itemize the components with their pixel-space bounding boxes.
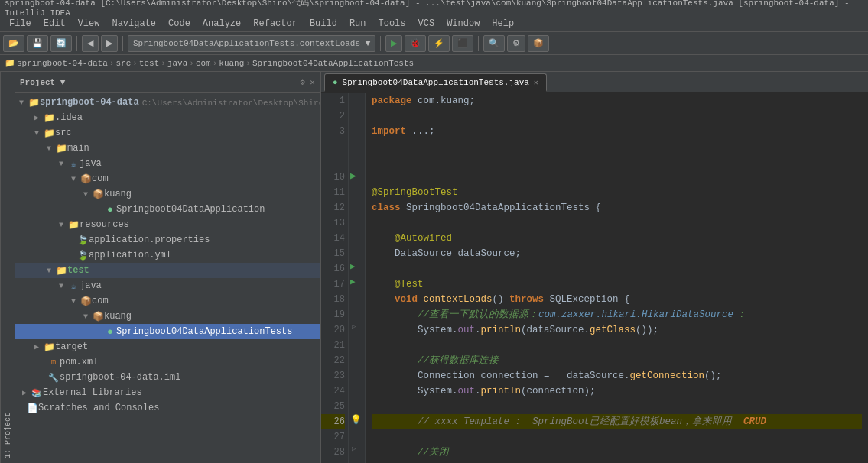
code-line-10 xyxy=(372,170,862,185)
code-line-16 xyxy=(372,261,862,277)
icon-root-folder: 📁 xyxy=(28,97,40,108)
bc-test[interactable]: test xyxy=(139,59,159,68)
tree-node-test[interactable]: ▼ 📁 test xyxy=(15,263,320,278)
run-gutter-icon-17[interactable]: ▶ xyxy=(350,261,356,271)
tree-node-src[interactable]: ▼ 📁 src xyxy=(15,125,320,141)
toolbar-extra-2[interactable]: ⚙ xyxy=(507,35,525,52)
toolbar-save-btn[interactable]: 💾 xyxy=(27,35,48,52)
menu-help[interactable]: Help xyxy=(486,17,520,31)
menu-run[interactable]: Run xyxy=(343,17,372,31)
code-line-28: //关闭 xyxy=(372,445,862,460)
menu-code[interactable]: Code xyxy=(162,17,197,31)
project-side-tab[interactable]: 1: Project xyxy=(0,72,15,463)
label-test-java: java xyxy=(80,280,102,291)
arrow-main: ▼ xyxy=(43,144,55,153)
root-path: C:\Users\Administrator\Desktop\Shiro\代码\… xyxy=(142,97,320,108)
code-line-15: DataSource dataSource; xyxy=(372,246,862,261)
toolbar-extra-1[interactable]: 🔍 xyxy=(483,35,505,52)
side-tab-label: 1: Project xyxy=(4,413,12,458)
tree-node-resources[interactable]: ▼ 📁 resources xyxy=(15,217,320,232)
tree-node-target[interactable]: ▶ 📁 target xyxy=(15,339,320,355)
tree-node-com[interactable]: ▼ 📦 com xyxy=(15,171,320,186)
tab-close-btn[interactable]: ✕ xyxy=(534,78,538,87)
tree-node-main[interactable]: ▼ 📁 main xyxy=(15,141,320,156)
tree-node-kuang[interactable]: ▼ 📦 kuang xyxy=(15,186,320,202)
tree-node-app-props[interactable]: 🍃 application.properties xyxy=(15,232,320,248)
menu-navigate[interactable]: Navigate xyxy=(106,17,162,31)
title-text: springboot-04-data [C:\Users\Administrat… xyxy=(5,0,863,18)
menu-window[interactable]: Window xyxy=(441,17,486,31)
bc-com[interactable]: com xyxy=(196,59,211,68)
toolbar-btn-3[interactable]: 🔄 xyxy=(50,35,72,52)
run-btn[interactable]: ▶ xyxy=(385,35,402,52)
bc-kuang[interactable]: kuang xyxy=(219,59,244,68)
code-line-25 xyxy=(372,399,862,414)
run-with-coverage-btn[interactable]: ⚡ xyxy=(428,35,450,52)
project-panel-header: Project ▼ ⚙ ✕ xyxy=(15,72,320,93)
tree-node-pom[interactable]: m pom.xml xyxy=(15,355,320,370)
bc-src[interactable]: src xyxy=(115,59,131,68)
code-content[interactable]: package com.kuang; import ...; @SpringBo… xyxy=(366,93,868,463)
fold-icon-28[interactable]: ▷ xyxy=(352,322,356,331)
bc-java[interactable]: java xyxy=(167,59,187,68)
tree-node-test-com[interactable]: ▼ 📦 com xyxy=(15,293,320,309)
arrow-test-com: ▼ xyxy=(67,297,80,306)
toolbar-open-btn[interactable]: 📂 xyxy=(3,35,24,52)
icon-ext-lib: 📚 xyxy=(31,388,43,398)
tree-node-idea[interactable]: ▶ 📁 .idea xyxy=(15,110,320,125)
toolbar-extra-3[interactable]: 📦 xyxy=(528,35,549,52)
bc-project[interactable]: 📁 xyxy=(5,58,15,68)
fold-icon-31[interactable]: ▷ xyxy=(352,445,356,453)
arrow-root: ▼ xyxy=(15,99,28,107)
menu-bar: File Edit View Navigate Code Analyze Ref… xyxy=(0,15,868,32)
arrow-ext-lib: ▶ xyxy=(18,388,31,397)
run-gutter-icon-18[interactable]: ▶ xyxy=(350,277,356,287)
icon-target: 📁 xyxy=(43,342,55,353)
tree-node-main-class[interactable]: ● Springboot04DataApplication xyxy=(15,202,320,217)
menu-tools[interactable]: Tools xyxy=(372,17,412,31)
tree-node-ext-lib[interactable]: ▶ 📚 External Libraries xyxy=(15,385,320,400)
tree-node-root[interactable]: ▼ 📁 springboot-04-data C:\Users\Administ… xyxy=(15,95,320,110)
code-line-3: import ...; xyxy=(372,124,862,139)
project-tree[interactable]: ▼ 📁 springboot-04-data C:\Users\Administ… xyxy=(15,93,320,463)
menu-analyze[interactable]: Analyze xyxy=(197,17,247,31)
label-test-class: Springboot04DataApplicationTests xyxy=(116,326,292,337)
arrow-test-java: ▼ xyxy=(55,282,67,290)
icon-iml: 🔧 xyxy=(47,373,60,383)
code-line-24: System.out.println(connection); xyxy=(372,384,862,399)
project-panel-options[interactable]: ⚙ ✕ xyxy=(300,77,315,87)
label-resources: resources xyxy=(80,219,129,230)
code-line-17: @Test xyxy=(372,277,862,292)
stop-btn[interactable]: ⬛ xyxy=(452,35,473,52)
icon-idea: 📁 xyxy=(43,112,55,124)
tree-node-scratch[interactable]: 📄 Scratches and Consoles xyxy=(15,400,320,416)
menu-refactor[interactable]: Refactor xyxy=(247,17,304,31)
menu-build[interactable]: Build xyxy=(304,17,343,31)
menu-edit[interactable]: Edit xyxy=(37,17,72,31)
code-line-27 xyxy=(372,429,862,445)
code-line-22: //获得数据库连接 xyxy=(372,353,862,368)
bc-project-label[interactable]: springboot-04-data xyxy=(17,59,108,68)
arrow-idea: ▶ xyxy=(31,113,43,122)
tree-node-test-class[interactable]: ● Springboot04DataApplicationTests xyxy=(15,324,320,339)
editor-tab-main[interactable]: ● Springboot04DataApplicationTests.java … xyxy=(324,73,547,92)
menu-vcs[interactable]: VCS xyxy=(412,17,441,31)
label-kuang: kuang xyxy=(104,189,132,199)
menu-view[interactable]: View xyxy=(72,17,106,31)
tree-node-iml[interactable]: 🔧 springboot-04-data.iml xyxy=(15,370,320,385)
tree-node-main-java[interactable]: ▼ ☕ java xyxy=(15,156,320,171)
tree-node-test-java[interactable]: ▼ ☕ java xyxy=(15,278,320,293)
tree-node-app-yml[interactable]: 🍃 application.yml xyxy=(15,248,320,263)
arrow-test: ▼ xyxy=(43,267,55,275)
icon-main-java: ☕ xyxy=(67,158,80,170)
bc-file[interactable]: Springboot04DataApplicationTests xyxy=(252,59,414,68)
toolbar-back-btn[interactable]: ◀ xyxy=(82,35,99,52)
code-line-gap xyxy=(372,154,862,170)
run-gutter-icon-11[interactable]: ▶ xyxy=(350,170,356,182)
menu-file[interactable]: File xyxy=(3,17,37,31)
run-config-dropdown[interactable]: Springboot04DataApplicationTests.context… xyxy=(128,35,375,52)
tree-node-test-kuang[interactable]: ▼ 📦 kuang xyxy=(15,309,320,324)
icon-main-class: ● xyxy=(104,204,116,215)
debug-btn[interactable]: 🐞 xyxy=(405,35,426,52)
toolbar-forward-btn[interactable]: ▶ xyxy=(101,35,118,52)
